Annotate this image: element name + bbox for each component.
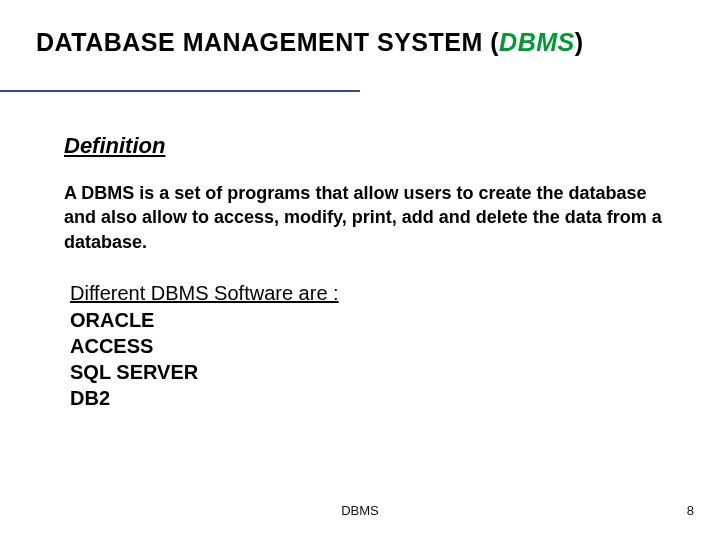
slide: DATABASE MANAGEMENT SYSTEM (DBMS) Defini… (0, 0, 720, 540)
software-list: ORACLE ACCESS SQL SERVER DB2 (70, 307, 684, 411)
list-item: SQL SERVER (70, 359, 684, 385)
list-item: ACCESS (70, 333, 684, 359)
list-item: DB2 (70, 385, 684, 411)
footer-label: DBMS (0, 503, 720, 518)
slide-title: DATABASE MANAGEMENT SYSTEM (DBMS) (36, 28, 684, 57)
definition-heading: Definition (64, 133, 684, 159)
title-pre: DATABASE MANAGEMENT SYSTEM ( (36, 28, 499, 56)
list-item: ORACLE (70, 307, 684, 333)
definition-text: A DBMS is a set of programs that allow u… (64, 181, 664, 254)
content-area: Definition A DBMS is a set of programs t… (36, 133, 684, 411)
page-number: 8 (687, 503, 694, 518)
title-underline (0, 90, 360, 92)
title-post: ) (575, 28, 584, 56)
software-heading: Different DBMS Software are : (70, 282, 684, 305)
title-emphasis: DBMS (499, 28, 575, 56)
